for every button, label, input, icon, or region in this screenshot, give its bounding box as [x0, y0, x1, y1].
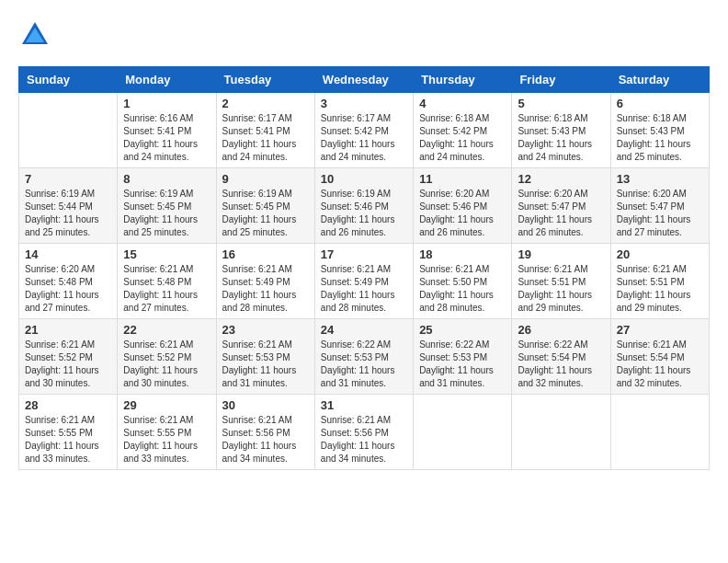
day-number: 30	[222, 398, 309, 412]
day-number: 4	[419, 97, 506, 110]
day-number: 3	[321, 97, 407, 110]
calendar-cell: 2Sunrise: 6:17 AMSunset: 5:41 PMDaylight…	[216, 93, 314, 168]
day-number: 9	[222, 172, 309, 186]
calendar-cell: 23Sunrise: 6:21 AMSunset: 5:53 PMDayligh…	[216, 319, 314, 395]
day-info: Sunrise: 6:19 AMSunset: 5:46 PMDaylight:…	[321, 188, 407, 239]
day-number: 20	[617, 247, 703, 261]
calendar-cell: 3Sunrise: 6:17 AMSunset: 5:42 PMDaylight…	[314, 93, 413, 168]
day-info: Sunrise: 6:18 AMSunset: 5:42 PMDaylight:…	[419, 112, 506, 164]
calendar-cell: 31Sunrise: 6:21 AMSunset: 5:56 PMDayligh…	[314, 395, 413, 470]
calendar-week-row: 1Sunrise: 6:16 AMSunset: 5:41 PMDaylight…	[19, 93, 710, 168]
weekday-header-saturday: Saturday	[610, 67, 709, 93]
day-number: 6	[617, 97, 703, 110]
day-number: 26	[518, 323, 604, 337]
calendar-cell: 19Sunrise: 6:21 AMSunset: 5:51 PMDayligh…	[512, 244, 610, 319]
calendar-cell: 18Sunrise: 6:21 AMSunset: 5:50 PMDayligh…	[414, 244, 512, 319]
logo	[18, 18, 55, 52]
day-number: 12	[518, 172, 604, 186]
day-number: 18	[419, 247, 506, 261]
day-number: 7	[25, 172, 111, 186]
weekday-header-sunday: Sunday	[19, 67, 118, 93]
calendar-cell: 28Sunrise: 6:21 AMSunset: 5:55 PMDayligh…	[19, 395, 118, 470]
calendar-cell: 8Sunrise: 6:19 AMSunset: 5:45 PMDaylight…	[118, 168, 216, 244]
day-info: Sunrise: 6:21 AMSunset: 5:56 PMDaylight:…	[222, 414, 309, 465]
calendar-week-row: 14Sunrise: 6:20 AMSunset: 5:48 PMDayligh…	[19, 244, 710, 319]
day-info: Sunrise: 6:18 AMSunset: 5:43 PMDaylight:…	[617, 112, 703, 164]
day-info: Sunrise: 6:22 AMSunset: 5:53 PMDaylight:…	[419, 339, 506, 390]
calendar-cell: 1Sunrise: 6:16 AMSunset: 5:41 PMDaylight…	[118, 93, 216, 168]
day-number: 2	[222, 97, 309, 110]
calendar-cell: 15Sunrise: 6:21 AMSunset: 5:48 PMDayligh…	[118, 244, 216, 319]
day-info: Sunrise: 6:21 AMSunset: 5:55 PMDaylight:…	[25, 414, 111, 465]
day-number: 28	[25, 398, 111, 412]
day-number: 10	[321, 172, 407, 186]
weekday-header-tuesday: Tuesday	[216, 67, 314, 93]
logo-icon	[18, 18, 51, 52]
day-number: 8	[123, 172, 210, 186]
calendar-cell: 7Sunrise: 6:19 AMSunset: 5:44 PMDaylight…	[19, 168, 118, 244]
calendar-cell: 14Sunrise: 6:20 AMSunset: 5:48 PMDayligh…	[19, 244, 118, 319]
day-info: Sunrise: 6:20 AMSunset: 5:48 PMDaylight:…	[25, 263, 111, 315]
day-number: 1	[123, 97, 210, 110]
calendar-cell: 22Sunrise: 6:21 AMSunset: 5:52 PMDayligh…	[118, 319, 216, 395]
calendar-cell: 26Sunrise: 6:22 AMSunset: 5:54 PMDayligh…	[512, 319, 610, 395]
day-number: 22	[123, 323, 210, 337]
day-info: Sunrise: 6:22 AMSunset: 5:53 PMDaylight:…	[321, 339, 407, 390]
calendar-cell: 30Sunrise: 6:21 AMSunset: 5:56 PMDayligh…	[216, 395, 314, 470]
day-info: Sunrise: 6:21 AMSunset: 5:56 PMDaylight:…	[321, 414, 407, 465]
day-number: 19	[518, 247, 604, 261]
day-number: 29	[123, 398, 210, 412]
day-number: 23	[222, 323, 309, 337]
day-number: 15	[123, 247, 210, 261]
day-info: Sunrise: 6:21 AMSunset: 5:51 PMDaylight:…	[617, 263, 703, 315]
day-number: 13	[617, 172, 703, 186]
day-number: 5	[518, 97, 604, 110]
calendar-header-row: SundayMondayTuesdayWednesdayThursdayFrid…	[19, 67, 710, 93]
day-info: Sunrise: 6:18 AMSunset: 5:43 PMDaylight:…	[518, 112, 604, 164]
calendar-cell	[414, 395, 512, 470]
day-number: 25	[419, 323, 506, 337]
weekday-header-friday: Friday	[512, 67, 610, 93]
calendar-cell	[19, 93, 118, 168]
calendar-week-row: 21Sunrise: 6:21 AMSunset: 5:52 PMDayligh…	[19, 319, 710, 395]
day-info: Sunrise: 6:19 AMSunset: 5:45 PMDaylight:…	[123, 188, 210, 239]
day-info: Sunrise: 6:21 AMSunset: 5:50 PMDaylight:…	[419, 263, 506, 315]
calendar-cell	[512, 395, 610, 470]
day-info: Sunrise: 6:17 AMSunset: 5:42 PMDaylight:…	[321, 112, 407, 164]
day-info: Sunrise: 6:16 AMSunset: 5:41 PMDaylight:…	[123, 112, 210, 164]
calendar-cell: 11Sunrise: 6:20 AMSunset: 5:46 PMDayligh…	[414, 168, 512, 244]
day-number: 31	[321, 398, 407, 412]
day-info: Sunrise: 6:21 AMSunset: 5:52 PMDaylight:…	[25, 339, 111, 390]
day-number: 16	[222, 247, 309, 261]
day-info: Sunrise: 6:20 AMSunset: 5:47 PMDaylight:…	[617, 188, 703, 239]
day-info: Sunrise: 6:21 AMSunset: 5:51 PMDaylight:…	[518, 263, 604, 315]
day-info: Sunrise: 6:19 AMSunset: 5:45 PMDaylight:…	[222, 188, 309, 239]
day-info: Sunrise: 6:22 AMSunset: 5:54 PMDaylight:…	[518, 339, 604, 390]
calendar-cell: 16Sunrise: 6:21 AMSunset: 5:49 PMDayligh…	[216, 244, 314, 319]
calendar-week-row: 7Sunrise: 6:19 AMSunset: 5:44 PMDaylight…	[19, 168, 710, 244]
day-info: Sunrise: 6:21 AMSunset: 5:55 PMDaylight:…	[123, 414, 210, 465]
day-info: Sunrise: 6:20 AMSunset: 5:47 PMDaylight:…	[518, 188, 604, 239]
calendar-cell: 21Sunrise: 6:21 AMSunset: 5:52 PMDayligh…	[19, 319, 118, 395]
day-number: 24	[321, 323, 407, 337]
calendar-cell: 4Sunrise: 6:18 AMSunset: 5:42 PMDaylight…	[414, 93, 512, 168]
calendar-cell: 6Sunrise: 6:18 AMSunset: 5:43 PMDaylight…	[610, 93, 709, 168]
weekday-header-wednesday: Wednesday	[314, 67, 413, 93]
weekday-header-thursday: Thursday	[414, 67, 512, 93]
day-info: Sunrise: 6:17 AMSunset: 5:41 PMDaylight:…	[222, 112, 309, 164]
calendar-cell: 25Sunrise: 6:22 AMSunset: 5:53 PMDayligh…	[414, 319, 512, 395]
calendar-table: SundayMondayTuesdayWednesdayThursdayFrid…	[18, 66, 710, 470]
calendar-cell: 17Sunrise: 6:21 AMSunset: 5:49 PMDayligh…	[314, 244, 413, 319]
calendar-cell: 13Sunrise: 6:20 AMSunset: 5:47 PMDayligh…	[610, 168, 709, 244]
calendar-cell: 5Sunrise: 6:18 AMSunset: 5:43 PMDaylight…	[512, 93, 610, 168]
day-info: Sunrise: 6:19 AMSunset: 5:44 PMDaylight:…	[25, 188, 111, 239]
calendar-cell: 24Sunrise: 6:22 AMSunset: 5:53 PMDayligh…	[314, 319, 413, 395]
calendar-cell: 20Sunrise: 6:21 AMSunset: 5:51 PMDayligh…	[610, 244, 709, 319]
calendar-week-row: 28Sunrise: 6:21 AMSunset: 5:55 PMDayligh…	[19, 395, 710, 470]
day-info: Sunrise: 6:21 AMSunset: 5:49 PMDaylight:…	[222, 263, 309, 315]
calendar-cell: 9Sunrise: 6:19 AMSunset: 5:45 PMDaylight…	[216, 168, 314, 244]
day-info: Sunrise: 6:21 AMSunset: 5:53 PMDaylight:…	[222, 339, 309, 390]
day-number: 14	[25, 247, 111, 261]
day-number: 27	[617, 323, 703, 337]
calendar-cell: 12Sunrise: 6:20 AMSunset: 5:47 PMDayligh…	[512, 168, 610, 244]
